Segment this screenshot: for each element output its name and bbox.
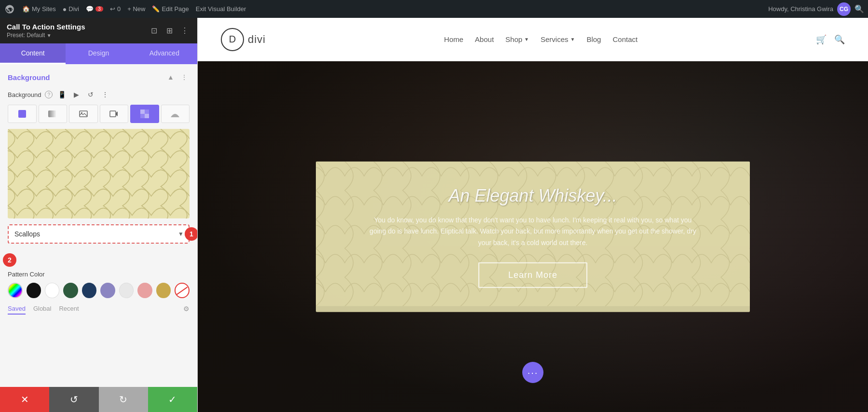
floating-options-button[interactable]: ···	[522, 362, 543, 383]
nav-blog[interactable]: Blog	[586, 35, 601, 43]
edit-page-button[interactable]: ✏️ Edit Page	[152, 5, 189, 13]
site-nav: Home About Shop ▼ Services ▼ Blog Contac…	[444, 35, 637, 43]
reply-item[interactable]: ↩ 0	[110, 5, 121, 13]
svg-rect-1	[18, 110, 26, 118]
site-header: D divi Home About Shop ▼ Services ▼ Blog…	[198, 18, 868, 61]
svg-rect-5	[110, 111, 116, 117]
cancel-icon: ✕	[21, 394, 29, 405]
background-label: Background	[8, 91, 41, 98]
color-tab-saved[interactable]: Saved	[8, 305, 26, 315]
color-swatch-custom[interactable]	[8, 283, 23, 298]
color-tab-recent[interactable]: Recent	[59, 305, 79, 315]
exit-builder-button[interactable]: Exit Visual Builder	[196, 5, 246, 13]
pattern-color-label: Pattern Color	[8, 271, 190, 278]
bottom-bar: ✕ ↺ ↻ ✓	[0, 387, 197, 412]
color-swatch-gold[interactable]	[156, 283, 171, 298]
undo-button[interactable]: ↺	[49, 387, 98, 412]
bg-type-color[interactable]	[8, 105, 37, 123]
user-avatar[interactable]: CG	[837, 2, 851, 16]
color-swatch-white[interactable]	[45, 283, 59, 298]
panel-fullscreen-icon[interactable]: ⊡	[148, 25, 160, 37]
section-collapse-icon[interactable]: ▲	[165, 72, 176, 82]
right-preview: D divi Home About Shop ▼ Services ▼ Blog…	[198, 18, 868, 412]
confirm-button[interactable]: ✓	[148, 387, 197, 412]
color-swatch-red-stroke[interactable]	[175, 283, 190, 298]
nav-about[interactable]: About	[475, 35, 494, 43]
color-settings-icon[interactable]: ⚙	[183, 305, 190, 315]
background-section-title: Background	[8, 73, 50, 82]
hero-section: An Elegant Whiskey... You do know, you d…	[198, 61, 868, 412]
nav-icons: 🛒 🔍	[816, 34, 845, 45]
badge-2: 2	[3, 253, 16, 267]
color-swatch-dark-green[interactable]	[63, 283, 78, 298]
bg-type-video[interactable]	[100, 105, 129, 123]
background-options-icon[interactable]: ⋮	[100, 89, 110, 100]
svg-rect-7	[145, 114, 149, 118]
panel-content: Background ▲ ⋮ Background ? 📱 ▶ ↺ ⋮	[0, 64, 197, 387]
confirm-icon: ✓	[168, 394, 176, 405]
redo-button[interactable]: ↻	[99, 387, 148, 412]
preset-dropdown-arrow: ▼	[47, 33, 52, 38]
admin-bar-left: 🏠 My Sites ● Divi 💬 3 ↩ 0 + New ✏️ Edit …	[4, 3, 761, 15]
color-swatch-light-gray[interactable]	[119, 283, 134, 298]
cta-learn-more-button[interactable]: Learn More	[478, 262, 587, 288]
color-tab-global[interactable]: Global	[33, 305, 52, 315]
bg-type-pattern[interactable]	[130, 105, 159, 123]
color-swatch-black[interactable]	[27, 283, 41, 298]
nav-home[interactable]: Home	[444, 35, 463, 43]
comments-item[interactable]: 💬 3	[86, 5, 103, 13]
cta-content: An Elegant Whiskey... You do know, you d…	[345, 185, 721, 288]
bg-type-mask[interactable]	[161, 105, 190, 123]
bg-type-gradient[interactable]	[39, 105, 68, 123]
background-help-icon[interactable]: ?	[45, 91, 53, 98]
cta-box: An Elegant Whiskey... You do know, you d…	[316, 161, 750, 312]
wordpress-icon[interactable]	[4, 3, 15, 15]
tab-design[interactable]: Design	[66, 43, 131, 64]
color-swatch-pink[interactable]	[137, 283, 152, 298]
tab-content[interactable]: Content	[0, 43, 66, 64]
background-pointer-icon[interactable]: ▶	[71, 89, 81, 100]
three-dots-icon: ···	[528, 367, 539, 378]
nav-services[interactable]: Services ▼	[541, 35, 575, 43]
cancel-button[interactable]: ✕	[0, 387, 49, 412]
background-label-row: Background ? 📱 ▶ ↺ ⋮	[8, 89, 190, 100]
site-name-item[interactable]: ● Divi	[63, 5, 79, 13]
panel-preset: Preset: Default ▼	[7, 32, 85, 39]
color-swatch-dark-blue[interactable]	[82, 283, 97, 298]
background-section-header: Background ▲ ⋮	[8, 72, 190, 82]
background-reset-icon[interactable]: ↺	[85, 89, 96, 100]
color-section-wrapper: 2 Pattern Color	[8, 253, 190, 315]
cart-icon[interactable]: 🛒	[816, 34, 827, 45]
nav-contact[interactable]: Contact	[612, 35, 637, 43]
my-sites-menu[interactable]: 🏠 My Sites	[22, 5, 56, 13]
left-panel: Call To Action Settings Preset: Default …	[0, 18, 198, 412]
admin-bar: 🏠 My Sites ● Divi 💬 3 ↩ 0 + New ✏️ Edit …	[0, 0, 868, 18]
panel-header-icons: ⊡ ⊞ ⋮	[148, 25, 190, 37]
panel-columns-icon[interactable]: ⊞	[163, 25, 175, 37]
new-button[interactable]: + New	[127, 5, 145, 13]
tab-advanced[interactable]: Advanced	[132, 43, 197, 64]
admin-bar-right: Howdy, Christina Gwira CG 🔍	[768, 2, 864, 16]
pattern-select[interactable]: Scallops None Circles Diamonds Chevrons …	[9, 225, 189, 243]
color-swatch-lavender[interactable]	[100, 283, 115, 298]
main-layout: Call To Action Settings Preset: Default …	[0, 18, 868, 412]
background-device-icon[interactable]: 📱	[56, 89, 67, 100]
site-logo: D divi	[221, 28, 266, 51]
nav-shop[interactable]: Shop ▼	[505, 35, 529, 43]
svg-rect-2	[48, 110, 57, 117]
panel-title: Call To Action Settings	[7, 23, 85, 31]
pattern-select-wrapper: Scallops None Circles Diamonds Chevrons …	[8, 224, 190, 244]
section-more-icon[interactable]: ⋮	[179, 72, 190, 82]
bg-type-image[interactable]	[69, 105, 98, 123]
search-icon[interactable]: 🔍	[854, 4, 864, 14]
color-swatches	[8, 283, 190, 298]
search-nav-icon[interactable]: 🔍	[834, 34, 845, 45]
cta-body: You do know, you do know that they don't…	[369, 214, 697, 248]
tab-bar: Content Design Advanced	[0, 43, 197, 64]
redo-icon: ↻	[119, 394, 127, 405]
panel-more-icon[interactable]: ⋮	[179, 25, 190, 37]
comment-icon: 💬	[86, 5, 94, 13]
house-icon: 🏠	[22, 5, 30, 13]
color-tabs: Saved Global Recent ⚙	[8, 305, 190, 315]
undo-icon: ↺	[70, 394, 78, 405]
